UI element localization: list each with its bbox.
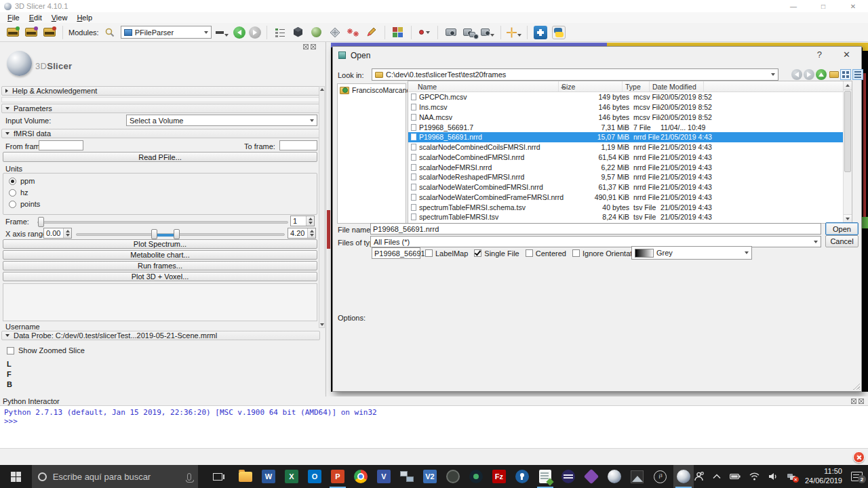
- new-folder-icon[interactable]: [829, 69, 840, 80]
- units-option-hz[interactable]: hz: [9, 188, 28, 197]
- cancel-button[interactable]: Cancel: [825, 235, 859, 247]
- file-row[interactable]: scalarNodeWaterCombinedFrameFMRSI.nrrd49…: [408, 192, 843, 203]
- metabolite-chart-button[interactable]: Metabolite chart...: [3, 250, 317, 260]
- xaxis-handle-max[interactable]: [174, 229, 180, 239]
- taskbar-app-lock-app[interactable]: [512, 465, 532, 488]
- dialog-help-button[interactable]: ?: [817, 49, 822, 60]
- ignore-orientation-checkbox[interactable]: [572, 249, 580, 257]
- look-in-combo[interactable]: C:\dev\0.test\slicerTest\test20frames: [372, 68, 778, 81]
- centered-option[interactable]: Centered: [526, 249, 566, 258]
- file-row[interactable]: scalarNodeReshapedFMRSI.nrrd9,57 MiBnrrd…: [408, 172, 843, 182]
- file-row[interactable]: P19968_56691.nrrd15,07 MiBnrrd File21/05…: [408, 132, 843, 142]
- resize-grip[interactable]: [853, 383, 860, 390]
- back-icon[interactable]: [233, 26, 245, 39]
- taskbar-app-outlook[interactable]: O: [304, 465, 325, 488]
- taskbar-app-badge-app[interactable]: [443, 465, 463, 488]
- people-icon[interactable]: [694, 472, 704, 481]
- minimize-button[interactable]: —: [778, 0, 808, 12]
- crosshair-icon[interactable]: [507, 25, 521, 40]
- python-console-icon[interactable]: [551, 25, 566, 40]
- annotations-icon[interactable]: [364, 25, 379, 40]
- taskbar-app-round-app[interactable]: [466, 465, 486, 488]
- fmrsi-section-header[interactable]: fMRSI data: [1, 129, 320, 138]
- column-header-type[interactable]: Type: [623, 81, 650, 92]
- scene-capture-icon[interactable]: [480, 25, 495, 40]
- taskbar-app-remote-desktop[interactable]: [397, 465, 417, 488]
- taskbar-app-image-viewer[interactable]: [627, 465, 648, 488]
- file-row[interactable]: scalarNodeFMRSI.nrrd6,22 MiBnrrd File21/…: [408, 162, 843, 172]
- file-row[interactable]: scalarNodeCombinedFMRSI.nrrd61,54 KiBnrr…: [408, 152, 843, 163]
- tray-expand-icon[interactable]: [713, 474, 721, 479]
- single-file-checkbox[interactable]: [474, 249, 481, 257]
- taskbar-app-file-explorer[interactable]: [235, 465, 256, 488]
- show-zoomed-slice-checkbox[interactable]: [7, 347, 14, 354]
- scroll-up-icon[interactable]: [320, 88, 324, 91]
- taskbar-app-slicer-active[interactable]: [673, 465, 694, 488]
- xaxis-min-spinbox[interactable]: 0.00: [43, 228, 72, 239]
- from-frame-input[interactable]: [39, 140, 83, 150]
- file-row[interactable]: Ins.mcsv146 bytesmcsv File20/05/2019 8:5…: [408, 102, 843, 113]
- taskbar-app-slicer[interactable]: [604, 465, 625, 488]
- xaxis-range-slider[interactable]: [76, 233, 285, 236]
- panel-close-icon[interactable]: [859, 399, 864, 404]
- colormap-combo[interactable]: Grey: [631, 246, 752, 260]
- menu-help[interactable]: Help: [72, 14, 97, 22]
- sync-error-icon[interactable]: ✕: [787, 472, 796, 481]
- panel-undock-icon[interactable]: [303, 44, 309, 49]
- radio-ppm[interactable]: [9, 178, 16, 185]
- battery-icon[interactable]: [730, 473, 741, 480]
- panel-close-icon[interactable]: [311, 44, 316, 49]
- start-button[interactable]: [0, 465, 32, 488]
- single-file-option[interactable]: Single File: [474, 249, 519, 258]
- transforms-icon[interactable]: [328, 25, 342, 40]
- read-pfile-button[interactable]: Read PFile...: [3, 152, 317, 162]
- taskbar-clock[interactable]: 11:50 24/06/2019: [805, 467, 842, 486]
- forward-icon[interactable]: [249, 26, 261, 39]
- menu-edit[interactable]: Edit: [24, 14, 47, 22]
- data-probe-section-header[interactable]: Data Probe: C:/dev/0.test/slicerTest...2…: [1, 331, 320, 340]
- file-row[interactable]: scalarNodeCombinedCoilsFMRSI.nrrd1,19 Mi…: [408, 142, 843, 152]
- microphone-icon[interactable]: [187, 473, 191, 481]
- help-section-header[interactable]: Help & Acknowledgement: [1, 86, 320, 96]
- frame-slider[interactable]: [37, 221, 288, 224]
- module-list-icon[interactable]: [215, 25, 230, 40]
- taskbar-app-chrome[interactable]: [351, 465, 371, 488]
- file-name-input[interactable]: P19968_56691.nrrd: [370, 223, 821, 235]
- nav-forward-icon[interactable]: [804, 69, 814, 80]
- panel-undock-icon[interactable]: [851, 399, 856, 404]
- sidebar-item-user[interactable]: FranciscoMarcano: [340, 86, 403, 94]
- notifications-icon[interactable]: 2: [851, 472, 863, 481]
- units-option-ppm[interactable]: ppm: [9, 177, 35, 185]
- models-icon[interactable]: [291, 25, 306, 40]
- taskbar-app-filezilla[interactable]: Fz: [489, 465, 509, 488]
- radio-hz[interactable]: [9, 189, 16, 197]
- wifi-icon[interactable]: [749, 472, 760, 481]
- file-row[interactable]: NAA.mcsv146 bytesmcsv File20/05/2019 8:5…: [408, 113, 843, 123]
- centered-checkbox[interactable]: [526, 249, 533, 257]
- task-view-button[interactable]: [206, 465, 230, 488]
- nav-back-icon[interactable]: [791, 69, 802, 80]
- scrollbar-thumb[interactable]: [844, 91, 851, 172]
- file-row[interactable]: P19968_56691.77,31 MiB7 File11/04/... 10…: [408, 122, 843, 132]
- frame-spinbox[interactable]: 1: [290, 216, 315, 226]
- taskbar-app-visio[interactable]: V: [374, 465, 394, 488]
- taskbar-app-excel[interactable]: X: [281, 465, 302, 488]
- scene-views-icon[interactable]: [462, 25, 477, 40]
- to-frame-input[interactable]: [279, 140, 317, 150]
- screenshot-icon[interactable]: [443, 25, 458, 40]
- extensions-icon[interactable]: [533, 25, 548, 40]
- menu-file[interactable]: File: [3, 14, 24, 22]
- add-data-icon[interactable]: [5, 25, 20, 40]
- maximize-button[interactable]: □: [808, 0, 838, 12]
- detail-view-icon[interactable]: [852, 69, 863, 80]
- radio-points[interactable]: [9, 201, 16, 208]
- taskbar-app-notes-editor[interactable]: [535, 465, 555, 488]
- search-module-icon[interactable]: [102, 25, 117, 40]
- file-table-scrollbar[interactable]: [843, 81, 852, 223]
- menu-view[interactable]: View: [47, 14, 73, 22]
- dialog-close-icon[interactable]: ✕: [843, 49, 850, 60]
- taskbar-app-eclipse[interactable]: [558, 465, 578, 488]
- file-row[interactable]: spectrumTableFMRSI.schema.tsv40 bytestsv…: [408, 202, 843, 212]
- panel-scrollbar[interactable]: [319, 86, 325, 328]
- volume-rendering-icon[interactable]: [309, 25, 324, 40]
